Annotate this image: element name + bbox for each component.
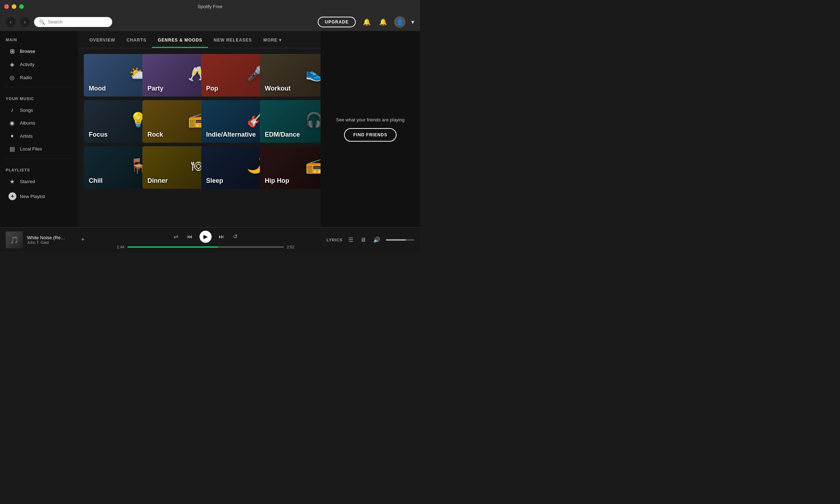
tab-more[interactable]: MORE ▾: [258, 33, 287, 48]
volume-icon[interactable]: 🔊: [372, 235, 382, 245]
genre-card-edm[interactable]: 🎧 EDM/Dance: [260, 100, 321, 143]
sidebar-item-activity[interactable]: ◈ Activity: [3, 58, 75, 71]
genre-card-pop[interactable]: 🎤 Pop: [201, 54, 269, 97]
hiphop-icon: 📻: [305, 158, 321, 174]
progress-bar[interactable]: [127, 246, 284, 248]
progress-row: 1:44 2:52: [117, 245, 294, 249]
shuffle-button[interactable]: ⇌: [172, 232, 180, 241]
genre-card-dinner[interactable]: 🍽 Dinner: [142, 146, 211, 189]
sidebar-item-activity-label: Activity: [20, 62, 34, 67]
find-friends-text: See what your friends are playing: [336, 117, 405, 122]
genre-label-indie: Indie/Alternative: [206, 131, 256, 138]
search-input[interactable]: [48, 19, 107, 24]
genre-label-rock: Rock: [147, 131, 163, 138]
search-box[interactable]: 🔍: [34, 17, 112, 27]
playlists-label: PLAYLISTS: [0, 161, 78, 175]
sidebar-item-starred[interactable]: ★ Starred: [3, 175, 75, 188]
titlebar: Spotify Free: [0, 0, 420, 13]
genre-label-pop: Pop: [206, 85, 218, 92]
sidebar-item-radio-label: Radio: [20, 75, 32, 80]
find-friends-button[interactable]: FIND FRIENDS: [344, 128, 397, 142]
sidebar-item-radio[interactable]: ◎ Radio: [3, 71, 75, 84]
genre-card-sleep[interactable]: 🌙 Sleep: [201, 146, 269, 189]
sidebar-item-songs[interactable]: ♪ Songs: [3, 104, 75, 116]
back-button[interactable]: ‹: [6, 17, 16, 27]
user-avatar[interactable]: 👤: [394, 16, 405, 28]
sidebar-item-browse-label: Browse: [20, 49, 35, 54]
sidebar-item-local-files[interactable]: ▤ Local Files: [3, 143, 75, 155]
tab-new-releases[interactable]: NEW RELEASES: [208, 33, 258, 48]
tab-overview[interactable]: OVERVIEW: [84, 33, 121, 48]
right-panel: See what your friends are playing FIND F…: [321, 31, 420, 227]
genre-card-mood[interactable]: ⛅ Mood: [84, 54, 152, 97]
repeat-button[interactable]: ↺: [231, 232, 239, 241]
queue-button[interactable]: ☰: [347, 235, 355, 245]
tab-genres-moods[interactable]: GENRES & MOODS: [152, 33, 208, 48]
control-buttons: ⇌ ⏮ ▶ ⏭ ↺: [172, 231, 239, 243]
minimize-button[interactable]: [12, 4, 16, 9]
genre-label-party: Party: [147, 85, 163, 92]
genre-label-mood: Mood: [89, 85, 106, 92]
genre-label-focus: Focus: [89, 131, 108, 138]
sidebar-item-songs-label: Songs: [20, 108, 33, 113]
app-title: Spotify Free: [197, 4, 222, 9]
track-art: 🎵: [6, 231, 23, 248]
genre-card-hiphop[interactable]: 📻 Hip Hop: [260, 146, 321, 189]
card-content: Mood: [89, 85, 147, 92]
main-area: MAIN ⊞ Browse ◈ Activity ◎ Radio YOUR MU…: [0, 31, 420, 227]
card-content: Hip Hop: [265, 177, 321, 185]
sidebar-item-artists-label: Artists: [20, 133, 33, 139]
previous-button[interactable]: ⏮: [185, 232, 194, 241]
card-content: Sleep: [206, 177, 264, 185]
track-name: White Noise (Re…: [27, 235, 77, 240]
devices-button[interactable]: 🖥: [359, 235, 367, 245]
play-pause-button[interactable]: ▶: [200, 231, 212, 243]
volume-bar[interactable]: [386, 239, 414, 241]
card-content: Chill: [89, 177, 147, 185]
topbar: ‹ › 🔍 UPGRADE 🔔 🔔 👤 ▾: [0, 13, 420, 31]
close-button[interactable]: [4, 4, 9, 9]
card-content: Party: [147, 85, 206, 92]
genre-card-indie[interactable]: 🎸 Indie/Alternative: [201, 100, 269, 143]
local-files-icon: ▤: [9, 146, 16, 152]
sidebar-item-albums[interactable]: ◉ Albums: [3, 117, 75, 129]
browse-icon: ⊞: [9, 48, 16, 55]
sidebar-item-browse[interactable]: ⊞ Browse: [3, 45, 75, 57]
progress-fill: [127, 246, 218, 248]
add-to-library-button[interactable]: +: [81, 236, 85, 243]
chevron-down-icon[interactable]: ▾: [411, 18, 414, 26]
new-playlist-button[interactable]: + New Playlist: [3, 190, 75, 203]
maximize-button[interactable]: [19, 4, 24, 9]
tabs-bar: OVERVIEW CHARTS GENRES & MOODS NEW RELEA…: [78, 31, 321, 48]
divider-2: [6, 158, 72, 159]
albums-icon: ◉: [9, 120, 16, 126]
forward-button[interactable]: ›: [20, 17, 30, 27]
search-icon: 🔍: [39, 19, 45, 25]
next-button[interactable]: ⏭: [217, 232, 226, 241]
track-info: White Noise (Re… John T. Gast: [27, 235, 77, 245]
genre-card-focus[interactable]: 💡 Focus: [84, 100, 152, 143]
songs-icon: ♪: [9, 107, 16, 113]
genre-card-workout[interactable]: 👟 Workout: [260, 54, 321, 97]
edm-icon: 🎧: [305, 111, 321, 128]
inbox-button[interactable]: 🔔: [378, 17, 388, 27]
notifications-button[interactable]: 🔔: [361, 17, 372, 27]
track-artist: John T. Gast: [27, 240, 77, 245]
total-time: 2:52: [287, 245, 294, 249]
artists-icon: ♦: [9, 133, 16, 139]
traffic-lights: [4, 4, 24, 9]
tab-charts[interactable]: CHARTS: [121, 33, 152, 48]
player-controls: ⇌ ⏮ ▶ ⏭ ↺ 1:44 2:52: [89, 231, 322, 249]
genre-card-rock[interactable]: 📻 Rock: [142, 100, 211, 143]
genre-label-sleep: Sleep: [206, 177, 223, 185]
genre-card-party[interactable]: 🥂 Party: [142, 54, 211, 97]
sidebar-item-artists[interactable]: ♦ Artists: [3, 130, 75, 142]
card-content: Indie/Alternative: [206, 131, 264, 138]
genre-card-chill[interactable]: 🪑 Chill: [84, 146, 152, 189]
radio-icon: ◎: [9, 74, 16, 81]
upgrade-button[interactable]: UPGRADE: [318, 17, 356, 27]
lyrics-button[interactable]: LYRICS: [327, 238, 343, 242]
divider-1: [6, 87, 72, 87]
sidebar-item-albums-label: Albums: [20, 120, 35, 126]
genre-label-edm: EDM/Dance: [265, 131, 300, 138]
